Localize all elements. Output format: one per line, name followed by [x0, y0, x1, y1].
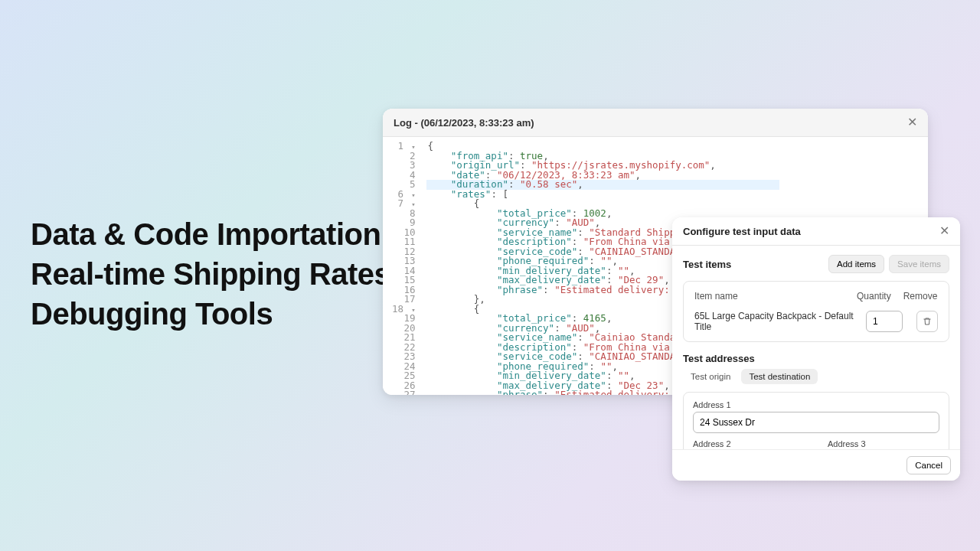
table-header: Item name Quantity Remove — [694, 291, 938, 302]
tab-destination[interactable]: Test destination — [741, 369, 818, 384]
remove-item-button[interactable] — [916, 311, 938, 332]
col-item-name: Item name — [694, 291, 857, 302]
save-items-button: Save items — [889, 255, 949, 273]
test-items-label: Test items — [683, 259, 731, 270]
address3-label: Address 3 — [828, 439, 956, 448]
trash-icon — [923, 317, 932, 326]
config-body: Test items Add items Save items Item nam… — [672, 246, 960, 449]
config-panel: Configure test input data ✕ Test items A… — [672, 217, 960, 481]
tab-origin[interactable]: Test origin — [683, 369, 738, 384]
test-items-header: Test items Add items Save items — [683, 255, 949, 273]
log-title: Log - (06/12/2023, 8:33:23 am) — [394, 117, 534, 129]
address1-label: Address 1 — [693, 400, 939, 409]
address2-label: Address 2 — [693, 439, 822, 448]
close-icon[interactable]: ✕ — [907, 116, 917, 129]
headline-line-3: Debugging Tools — [31, 294, 390, 334]
address1-input[interactable] — [693, 412, 939, 433]
line-gutter: 1 ▾23456 ▾7 ▾89101112131415161718 ▾19202… — [383, 137, 423, 395]
table-row: 65L Large Capacity Backpack - Default Ti… — [694, 311, 938, 332]
config-title: Configure test input data — [683, 226, 801, 237]
items-table: Item name Quantity Remove 65L Large Capa… — [683, 281, 949, 342]
add-items-button[interactable]: Add items — [828, 255, 884, 273]
col-quantity: Quantity — [857, 291, 903, 302]
cancel-button[interactable]: Cancel — [906, 456, 951, 474]
address-form: Address 1 Address 2 Address 3 City — [683, 392, 949, 449]
marketing-headline: Data & Code Importation Real-time Shippi… — [31, 214, 390, 334]
config-header: Configure test input data ✕ — [672, 217, 960, 246]
col-remove: Remove — [903, 291, 938, 302]
headline-line-1: Data & Code Importation — [31, 214, 390, 254]
address-tabs: Test origin Test destination — [683, 369, 949, 384]
close-icon[interactable]: ✕ — [939, 225, 949, 237]
quantity-input[interactable] — [866, 311, 903, 332]
log-header: Log - (06/12/2023, 8:33:23 am) ✕ — [383, 109, 928, 137]
config-footer: Cancel — [672, 449, 960, 481]
test-addresses-label: Test addresses — [683, 353, 949, 364]
headline-line-2: Real-time Shipping Rates — [31, 254, 390, 294]
item-name-cell: 65L Large Capacity Backpack - Default Ti… — [694, 311, 866, 332]
